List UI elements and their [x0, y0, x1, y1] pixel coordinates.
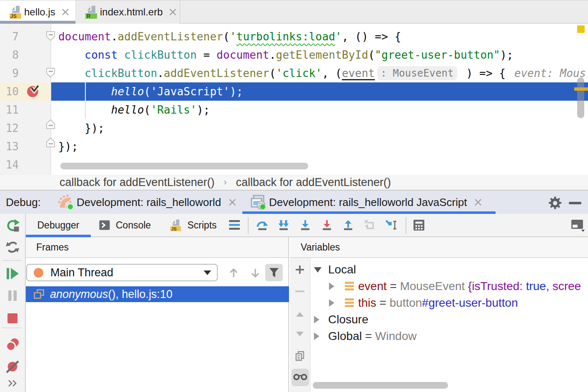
code-token: turbolinks:load	[237, 30, 336, 43]
view-breakpoints-icon[interactable]	[4, 336, 21, 353]
move-watch-up-icon[interactable]	[295, 311, 304, 317]
horizontal-scrollbar-thumb[interactable]	[60, 163, 308, 169]
tab-debugger[interactable]: Debugger	[26, 214, 91, 236]
debug-tab-rails-helloworld[interactable]: Development: rails_helloworld	[49, 191, 237, 214]
active-tab-underline	[0, 21, 75, 24]
code-token: (	[144, 85, 151, 98]
code-token	[118, 49, 125, 61]
close-icon[interactable]	[473, 198, 483, 207]
debug-toolwindow-header: Debug: Development: rails_helloworld	[0, 191, 588, 214]
frames-panel-header: Frames	[26, 237, 288, 258]
code-token	[58, 67, 85, 79]
code-token: .	[157, 67, 164, 79]
mute-breakpoints-icon[interactable]	[5, 359, 20, 375]
svg-text:R: R	[87, 13, 91, 19]
close-icon[interactable]	[228, 198, 237, 207]
step-into-icon[interactable]	[299, 218, 312, 232]
code-token	[58, 49, 85, 61]
variables-panel-header: Variables	[290, 237, 588, 258]
breadcrumb-item[interactable]: callback for addEventListener()	[60, 176, 214, 189]
rerun-icon[interactable]	[5, 218, 20, 233]
code-token: addEventListener	[118, 30, 223, 43]
variables-title: Variables	[301, 242, 340, 253]
console-icon	[99, 220, 110, 231]
variable-icon	[345, 298, 354, 307]
vertical-scrollbar-thumb[interactable]	[577, 77, 584, 118]
collapsed-arrow-icon[interactable]	[329, 283, 334, 290]
tab-index-html-erb[interactable]: R index.html.erb	[75, 0, 180, 24]
variables-panel: Variables	[290, 237, 588, 392]
more-icon[interactable]	[7, 379, 18, 387]
step-over-icon[interactable]	[256, 218, 269, 232]
smart-step-into-icon[interactable]	[277, 218, 290, 232]
pause-icon[interactable]	[6, 290, 19, 302]
code-token: '	[230, 30, 237, 43]
debug-tab-label: Development: rails_helloworld	[77, 196, 221, 209]
code-token: document	[217, 49, 269, 61]
breakpoint-icon[interactable]	[27, 84, 41, 99]
evaluate-expression-icon[interactable]	[412, 218, 426, 232]
fold-marker-icon[interactable]	[46, 119, 55, 129]
breadcrumb-item[interactable]: callback for addEventListener()	[236, 176, 391, 189]
variable-text-part: =	[387, 280, 400, 293]
collapsed-arrow-icon[interactable]	[329, 299, 334, 307]
code-token: (	[144, 104, 151, 116]
layout-settings-icon[interactable]	[571, 218, 586, 233]
variable-text: event = MouseEvent {isTrusted: true, scr…	[358, 278, 581, 295]
svg-text:JS: JS	[171, 226, 177, 231]
stack-frame-row[interactable]: anonymous(), hello.js:10	[26, 286, 289, 302]
variable-text-part: #greet-user-button	[422, 296, 518, 309]
hamburger-icon[interactable]	[229, 220, 240, 230]
previous-frame-button[interactable]	[228, 267, 239, 279]
copy-icon[interactable]	[294, 350, 305, 362]
run-to-cursor-icon[interactable]	[385, 218, 399, 232]
collapsed-arrow-icon[interactable]	[314, 316, 319, 323]
show-watches-toggle[interactable]	[292, 369, 309, 386]
move-watch-down-icon[interactable]	[295, 331, 304, 337]
fold-marker-icon[interactable]	[46, 31, 55, 41]
expanded-arrow-icon[interactable]	[314, 267, 321, 273]
breadcrumb: callback for addEventListener() › callba…	[0, 175, 588, 191]
gear-icon[interactable]	[548, 196, 562, 210]
rubymine-window: JS hello.js R index.html.erb	[0, 0, 588, 392]
code-token: , (	[322, 67, 342, 79]
close-icon[interactable]	[168, 7, 177, 17]
variable-text-part: event	[358, 280, 387, 293]
frame-location: (), hello.js:10	[108, 288, 173, 300]
close-icon[interactable]	[61, 7, 70, 17]
code-editor[interactable]: 7891011121314 document.addEventListener(…	[0, 24, 588, 175]
fold-marker-icon[interactable]	[46, 137, 55, 148]
tab-hello-js[interactable]: JS hello.js	[0, 0, 75, 24]
stack-frame-icon	[33, 289, 44, 300]
stack-frame-label: anonymous(), hello.js:10	[50, 288, 172, 301]
code-token: );	[197, 104, 210, 116]
next-frame-button[interactable]	[249, 267, 261, 279]
variable-text-part: =	[376, 296, 390, 309]
step-out-icon[interactable]	[341, 218, 355, 232]
error-stripe-warning-mark[interactable]	[577, 25, 585, 33]
tab-scripts[interactable]: JS Scripts	[168, 214, 217, 236]
line-number: 10	[0, 82, 19, 101]
variable-text: Local	[328, 261, 356, 278]
drop-frame-icon[interactable]	[363, 218, 376, 232]
error-stripe-current-line-mark[interactable]	[574, 87, 588, 91]
collapsed-arrow-icon[interactable]	[314, 332, 319, 340]
line-number: 14	[0, 156, 19, 174]
thread-selector[interactable]: Main Thread	[26, 264, 218, 281]
hide-frames-filter-button[interactable]	[265, 264, 283, 281]
debug-tab-rails-helloworld-javascript[interactable]: Development: rails_helloworld JavaScript	[242, 191, 496, 214]
resume-icon[interactable]	[5, 267, 20, 280]
code-token: );	[500, 49, 513, 61]
remove-watch-icon[interactable]	[295, 290, 305, 293]
fold-marker-icon[interactable]	[46, 67, 55, 78]
horizontal-scrollbar-thumb[interactable]	[313, 382, 448, 389]
hide-icon[interactable]	[569, 202, 581, 204]
code-token: getElementById	[276, 49, 369, 61]
code-token: (	[368, 49, 375, 61]
add-watch-icon[interactable]	[295, 265, 305, 275]
code-token: : MouseEvent	[377, 66, 457, 80]
force-step-into-icon[interactable]	[320, 218, 334, 232]
stop-icon[interactable]	[7, 313, 18, 324]
reload-icon[interactable]	[5, 240, 20, 255]
tab-console[interactable]: Console	[99, 214, 151, 236]
